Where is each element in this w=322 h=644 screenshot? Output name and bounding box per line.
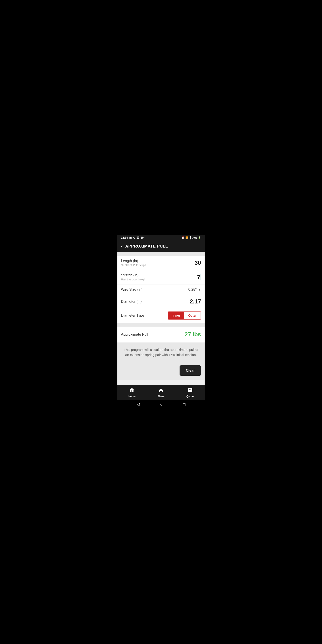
status-time: 12:34 xyxy=(121,236,128,239)
diameter-row: Diameter (in) 2.17 xyxy=(118,295,204,308)
approx-pull-row: Approximate Pull 27 lbs xyxy=(118,327,204,342)
dropdown-arrow-icon: ▼ xyxy=(198,288,201,291)
alarm-icon: ⏰ xyxy=(181,236,184,239)
description-box: This program will calculate the approxim… xyxy=(118,343,204,362)
top-spacer xyxy=(118,252,204,256)
wifi-icon: 📶 xyxy=(185,236,188,239)
form-section: Length (in) Subtract 1" for clips 30 Str… xyxy=(118,256,204,323)
bottom-nav: Home Share Quote xyxy=(118,385,204,400)
battery-icon: 🔋 xyxy=(198,236,201,239)
approx-pull-value: 27 lbs xyxy=(184,331,201,338)
stretch-row: Stretch (in) Half the door height 7 xyxy=(118,270,204,284)
middle-spacer xyxy=(118,323,204,327)
stretch-label: Stretch (in) xyxy=(121,273,146,277)
status-image-icon: 🖼 xyxy=(137,236,139,239)
diameter-type-row: Diameter Type Inner Outer xyxy=(118,308,204,323)
wire-size-row: Wire Size (in) 0.25" ▼ xyxy=(118,284,204,295)
battery-percent: 70% xyxy=(192,236,197,239)
android-nav-bar: ◁ ○ □ xyxy=(118,400,204,409)
wire-size-dropdown[interactable]: 0.25" ▼ xyxy=(188,288,201,292)
main-content: Length (in) Subtract 1" for clips 30 Str… xyxy=(118,252,204,385)
app-header: ‹ APPROXIMATE PULL xyxy=(118,240,204,252)
wire-size-label: Wire Size (in) xyxy=(121,288,142,292)
nav-quote[interactable]: Quote xyxy=(186,387,194,398)
share-icon xyxy=(158,387,164,394)
status-left: 12:34 ▣ ⊙ 🖼 29° xyxy=(121,236,145,239)
description-text: This program will calculate the approxim… xyxy=(123,347,199,357)
clear-button-row: Clear xyxy=(118,362,204,380)
length-sublabel: Subtract 1" for clips xyxy=(121,264,146,267)
quote-label: Quote xyxy=(186,395,194,398)
home-label: Home xyxy=(128,395,136,398)
diameter-label: Diameter (in) xyxy=(121,300,142,304)
nav-share[interactable]: Share xyxy=(158,387,164,398)
android-recents-button[interactable]: □ xyxy=(183,402,185,407)
length-row: Length (in) Subtract 1" for clips 30 xyxy=(118,256,204,270)
stretch-value-group[interactable]: 7 xyxy=(197,274,201,281)
outer-toggle-button[interactable]: Outer xyxy=(184,312,200,319)
diameter-type-label: Diameter Type xyxy=(121,314,144,318)
back-button[interactable]: ‹ xyxy=(121,243,122,249)
clear-button[interactable]: Clear xyxy=(180,366,201,376)
diameter-type-toggle: Inner Outer xyxy=(168,312,201,320)
status-bar: 12:34 ▣ ⊙ 🖼 29° ⏰ 📶 ▐ 70% 🔋 xyxy=(118,235,204,240)
wire-size-value: 0.25" xyxy=(188,288,196,292)
status-temp: 29° xyxy=(141,236,145,239)
inner-toggle-button[interactable]: Inner xyxy=(168,312,184,319)
nav-home[interactable]: Home xyxy=(128,387,136,398)
status-right: ⏰ 📶 ▐ 70% 🔋 xyxy=(181,236,201,239)
result-section: Approximate Pull 27 lbs xyxy=(118,327,204,342)
signal-icon: ▐ xyxy=(190,236,191,239)
android-home-button[interactable]: ○ xyxy=(160,402,162,407)
status-sim-icon: ▣ xyxy=(129,236,132,239)
share-label: Share xyxy=(158,395,164,398)
diameter-value[interactable]: 2.17 xyxy=(190,298,201,305)
stretch-label-group: Stretch (in) Half the door height xyxy=(121,273,146,281)
android-back-button[interactable]: ◁ xyxy=(137,402,140,407)
text-cursor xyxy=(200,274,201,280)
home-icon xyxy=(129,387,134,394)
status-nav-icon: ⊙ xyxy=(133,236,135,239)
length-label-group: Length (in) Subtract 1" for clips xyxy=(121,259,146,267)
length-label: Length (in) xyxy=(121,259,146,263)
stretch-value: 7 xyxy=(197,274,200,281)
quote-icon xyxy=(188,387,193,394)
stretch-sublabel: Half the door height xyxy=(121,278,146,281)
approx-pull-label: Approximate Pull xyxy=(121,332,148,336)
page-title: APPROXIMATE PULL xyxy=(125,244,168,249)
length-value[interactable]: 30 xyxy=(194,260,201,266)
